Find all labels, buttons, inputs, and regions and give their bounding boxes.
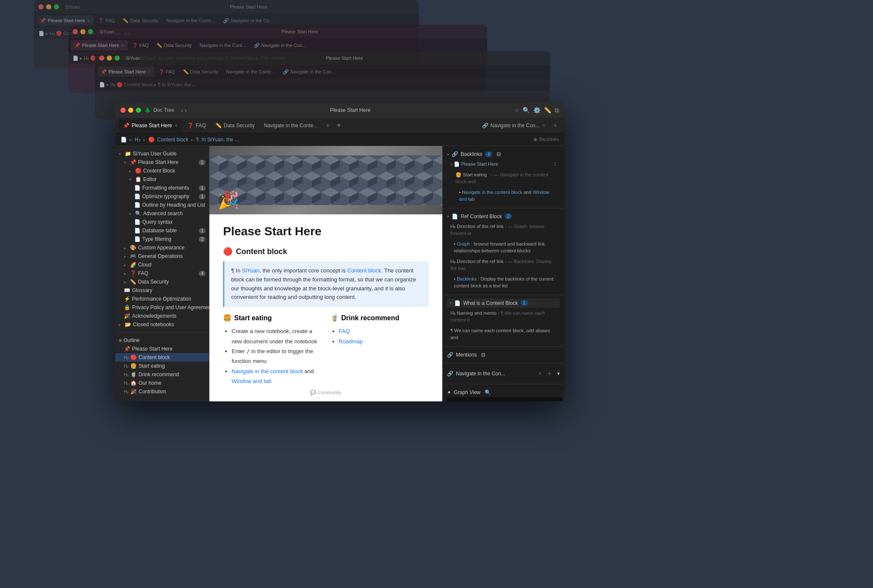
bg-tab-1-1[interactable]: 📌Please Start Here✕ — [37, 15, 94, 26]
mentions-filter-icon[interactable]: ⊟ — [481, 352, 485, 358]
close-button[interactable] — [121, 108, 126, 113]
tab-label-5: Navigate in the Con... — [491, 123, 540, 129]
backlinks-doc-label[interactable]: Please Start Here — [461, 161, 498, 167]
tree-perf-opt[interactable]: ⚡ Performance Optimization — [115, 295, 209, 303]
link-faq[interactable]: FAQ — [339, 328, 350, 334]
tree-general-ops[interactable]: ▸ 🎮 General Operations — [115, 252, 209, 260]
bg-tab-2-3[interactable]: ✏️ Data Security — [153, 40, 195, 50]
outline-header[interactable]: ≡ Outline — [115, 336, 209, 345]
navigate-tab-close[interactable]: ✕ — [538, 371, 542, 376]
bg-tab-2-4[interactable]: Navigate in the Cont... — [196, 40, 250, 50]
community-badge: 💬 Community — [223, 386, 429, 399]
link-graph-forward[interactable]: Graph — [457, 241, 470, 246]
bg-app-label-1: SiYuan — [65, 4, 80, 9]
star-icon[interactable]: ☆ — [514, 107, 519, 114]
pencil-icon[interactable]: ✏️ — [544, 107, 551, 114]
tab-add-right[interactable]: + — [550, 120, 561, 131]
bg-tab-3-2[interactable]: ❓ FAQ — [155, 67, 179, 77]
tree-please-start-here[interactable]: ▾ 📌 Please Start Here 2 — [115, 158, 209, 167]
bg-tab-3-5[interactable]: 🔗 Navigate in the Con... — [279, 67, 339, 77]
tree-custom-appearance[interactable]: ▸ 🎨 Custom Appearance — [115, 243, 209, 252]
outline-our-home[interactable]: H₂ 🏠 Our home — [115, 379, 209, 387]
app-name: 🌲 Doc Tree — [144, 107, 174, 113]
forward-arrow[interactable]: › — [185, 107, 187, 114]
outline-content-block[interactable]: H₂ 🔴 Content block — [115, 353, 209, 362]
split-icon[interactable]: ⧉ — [555, 107, 559, 114]
start-eating-heading: 🍔 Start eating — [223, 314, 322, 322]
settings-icon[interactable]: ⚙️ — [533, 107, 541, 114]
bg-tab-3-4[interactable]: Navigate in the Conte... — [223, 67, 279, 77]
bg-tab-1-5[interactable]: 🔗Navigate in the Co... — [220, 15, 277, 26]
tree-data-security[interactable]: ▸ ✏️ Data Security — [115, 278, 209, 286]
tree-editor[interactable]: ▾ 📋 Editor — [115, 175, 209, 184]
bg-tab-1-3[interactable]: ✏️Data Security — [119, 15, 162, 26]
tab-close-5[interactable]: ✕ — [542, 123, 545, 128]
tree-advanced-search[interactable]: ▾ 🔍 Advanced search — [115, 209, 209, 218]
bc-h2[interactable]: H₂ — [135, 137, 141, 143]
tree-acknowledgements[interactable]: 🎉 Acknowledgements — [115, 312, 209, 320]
link-siyuan[interactable]: SiYuan — [242, 267, 259, 274]
bg-tab-2-5[interactable]: 🔗 Navigate in the Con... — [250, 40, 310, 50]
bg-tab-3-1[interactable]: 📌Please Start Here✕ — [97, 67, 154, 77]
outline-contribution[interactable]: H₂ 🎉 Contribution — [115, 387, 209, 396]
what-is-cb-icon: 📄 — [454, 300, 461, 306]
link-window-tab[interactable]: Window and tab — [232, 378, 271, 384]
bg-tab-close-1-1[interactable]: ✕ — [87, 18, 90, 23]
notebook-header[interactable]: ▾ 📁 SiYuan User Guide — [115, 149, 209, 158]
tree-label-cb: Content Block — [143, 168, 175, 174]
bc-para-text[interactable]: In SiYuan, the ... — [202, 137, 239, 143]
navigate-tab-header[interactable]: 🔗 Navigate in the Con... ✕ + ▾ — [447, 367, 560, 380]
link-content-block[interactable]: Content block — [347, 267, 382, 274]
tab-close-1[interactable]: ✕ — [174, 123, 178, 128]
mentions-header[interactable]: 🔗 Mentions ⊟ — [447, 350, 560, 360]
outline-start-eating[interactable]: H₂ 🍔 Start eating — [115, 362, 209, 370]
backlinks-header[interactable]: ▾ 🔗 Backlinks 4 ⊟ — [447, 149, 560, 159]
ref-cb-item-2-bullet: • Backlinks : Display the backlinks of t… — [447, 274, 560, 291]
link-backlinks-display[interactable]: Backlinks — [457, 276, 476, 281]
tree-database[interactable]: 📄 Database table 1 — [115, 226, 209, 235]
tab-label-4: Navigate in the Conte... — [264, 123, 317, 129]
tab-dropdown[interactable]: ▾ — [334, 120, 344, 131]
tree-typography[interactable]: 📄 Optimize typography 1 — [115, 192, 209, 201]
navigate-tab-add[interactable]: + — [544, 369, 555, 379]
graph-search-icon[interactable]: 🔍 — [485, 389, 491, 395]
maximize-button[interactable] — [136, 108, 141, 113]
tree-type-filtering[interactable]: 📄 Type filtering 2 — [115, 235, 209, 243]
tab-navigate-2[interactable]: 🔗 Navigate in the Con... ✕ — [478, 120, 550, 132]
tree-formatting[interactable]: 📄 Formatting elements 1 — [115, 184, 209, 192]
tree-privacy[interactable]: 🔒 Privacy Policy and User Agreement — [115, 303, 209, 312]
minimize-button[interactable] — [128, 108, 133, 113]
tab-faq[interactable]: ❓ FAQ — [183, 120, 210, 132]
ref-content-header[interactable]: ▾ 📄 Ref Content Block 2 — [447, 212, 560, 221]
link-navigate-cb[interactable]: Navigate in the content block — [462, 190, 522, 195]
tree-label-datasec: Data Security — [138, 279, 169, 285]
what-is-cb-header[interactable]: ▾ 📄 What is a Content Block 1 — [447, 298, 560, 308]
outline-drink-recommend[interactable]: H₂ 🧋 Drink recommend — [115, 370, 209, 379]
link-navigate[interactable]: Navigate in the content block — [232, 368, 303, 374]
graph-view-header[interactable]: ✦ Graph View 🔍 — [447, 388, 560, 397]
bc-content-block[interactable]: Content block — [157, 137, 188, 143]
outline-psh[interactable]: 📌 Please Start Here — [115, 345, 209, 353]
breadcrumb: 📄 ▸ H₂ ▸ 🔴 Content block ▸ ¶ In SiYuan, … — [115, 133, 564, 146]
tree-cloud[interactable]: ▸ 🌈 Cloud — [115, 260, 209, 269]
navigate-tab-expand[interactable]: ▾ — [557, 371, 560, 377]
back-arrow[interactable]: ‹ — [181, 107, 183, 114]
search-icon[interactable]: 🔍 — [523, 107, 530, 114]
tree-glossary[interactable]: 📖 Glossary — [115, 286, 209, 295]
bg-tab-1-2[interactable]: ❓FAQ — [94, 15, 118, 26]
tree-query[interactable]: 📄 Query syntax — [115, 218, 209, 226]
tab-navigate[interactable]: Navigate in the Conte... — [260, 120, 322, 132]
link-roadmap[interactable]: Roadmap — [339, 338, 363, 345]
tree-outline[interactable]: 📄 Outline by Heading and List — [115, 201, 209, 209]
bg-tab-2-1[interactable]: 📌Please Start Here✕ — [71, 40, 128, 50]
bg-tab-2-2[interactable]: ❓ FAQ — [129, 40, 152, 50]
bg-tab-3-3[interactable]: ✏️ Data Security — [179, 67, 222, 77]
tab-please-start-here[interactable]: 📌 Please Start Here ✕ — [119, 120, 182, 132]
bg-tab-1-4[interactable]: Navigate in the Conte... — [163, 15, 219, 26]
tab-data-security[interactable]: ✏️ Data Security — [211, 120, 259, 132]
tree-faq[interactable]: ▸ ❓ FAQ 4 — [115, 269, 209, 278]
tree-content-block[interactable]: ▸ 🔴 Content Block — [115, 167, 209, 175]
tree-closed-notebooks[interactable]: ▸ 📂 Closed notebooks — [115, 320, 209, 329]
backlinks-filter-icon[interactable]: ⊟ — [497, 151, 501, 157]
tab-add-button[interactable]: + — [323, 120, 333, 131]
